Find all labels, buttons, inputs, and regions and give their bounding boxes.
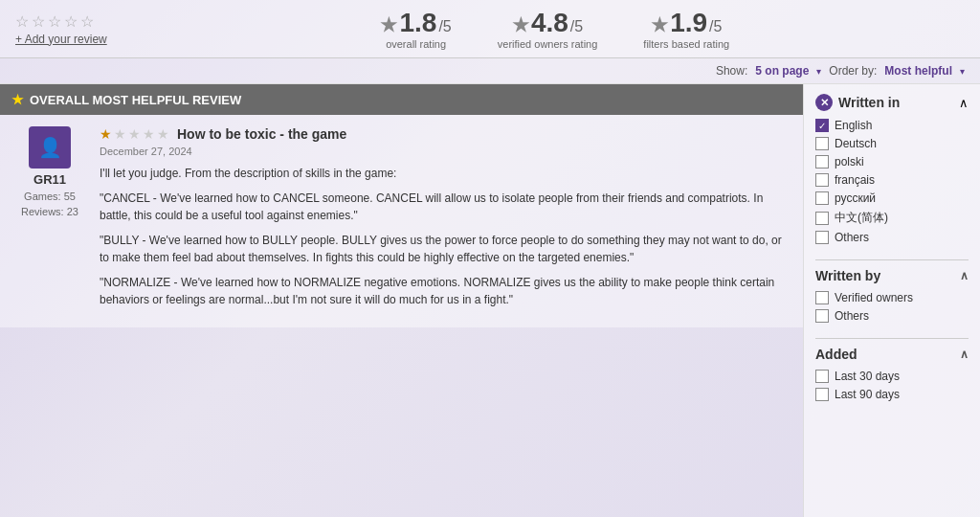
lang-english-checkbox[interactable]: ✓ [815, 119, 829, 132]
review-date: December 27, 2024 [100, 146, 791, 157]
filters-label: filters based rating [643, 38, 729, 50]
lang-chinese-checkbox[interactable] [815, 212, 829, 225]
divider-2 [815, 338, 969, 339]
overall-number: 1.8 [399, 8, 436, 38]
overall-rating-block: ★ 1.8 /5 overall rating [380, 8, 451, 50]
lang-chinese-label: 中文(简体) [835, 210, 888, 226]
lang-deutsch-checkbox[interactable] [815, 137, 829, 150]
sidebar: ✕ Written in ∧ ✓ English Deutsch polski [803, 84, 980, 517]
order-dropdown[interactable]: Most helpful [884, 64, 952, 78]
add-review-link[interactable]: + Add your review [15, 33, 107, 46]
verified-rating-block: ★ 4.8 /5 verified owners rating [498, 8, 598, 50]
filters-bar: Show: 5 on page ▾ Order by: Most helpful… [0, 58, 980, 84]
verified-number: 4.8 [531, 8, 568, 38]
show-label: Show: [716, 64, 747, 78]
reviewer-reviews: Reviews: 23 [21, 206, 78, 217]
empty-stars[interactable]: ☆ ☆ ☆ ☆ ☆ [15, 12, 107, 31]
added-collapse-icon[interactable]: ∧ [960, 348, 969, 361]
order-label: Order by: [829, 64, 877, 78]
star-2: ☆ [32, 12, 45, 31]
lang-francais-label: français [835, 173, 875, 187]
show-dropdown[interactable]: 5 on page [755, 64, 809, 78]
lang-polski-row[interactable]: polski [815, 155, 969, 169]
review-star-1: ★ [100, 126, 112, 142]
review-para-1: "CANCEL - We've learned how to CANCEL so… [100, 190, 791, 224]
lang-russian-checkbox[interactable] [815, 191, 829, 205]
review-text: I'll let you judge. From the description… [100, 165, 791, 308]
added-header[interactable]: Added ∧ [815, 347, 969, 362]
lang-chinese-row[interactable]: 中文(简体) [815, 210, 969, 226]
by-others-checkbox[interactable] [815, 309, 829, 323]
lang-russian-label: русский [835, 191, 876, 205]
written-in-clear-icon[interactable]: ✕ [815, 94, 833, 111]
lang-english-label: English [835, 119, 872, 132]
star-5: ☆ [80, 12, 94, 31]
lang-francais-checkbox[interactable] [815, 173, 829, 187]
lang-francais-row[interactable]: français [815, 173, 969, 187]
lang-polski-checkbox[interactable] [815, 155, 829, 169]
filters-star-icon: ★ [651, 13, 668, 36]
review-para-0: I'll let you judge. From the description… [100, 165, 791, 182]
reviewer-name: GR11 [33, 172, 66, 187]
by-verified-row[interactable]: Verified owners [815, 291, 969, 304]
written-by-collapse-icon[interactable]: ∧ [960, 269, 969, 282]
written-by-section: Written by ∧ Verified owners Others [815, 268, 969, 323]
written-in-section: ✕ Written in ∧ ✓ English Deutsch polski [815, 94, 969, 244]
review-star-2: ★ [114, 126, 126, 142]
lang-others-checkbox[interactable] [815, 231, 829, 244]
written-by-header[interactable]: Written by ∧ [815, 268, 969, 283]
lang-english-row[interactable]: ✓ English [815, 119, 969, 132]
by-others-label: Others [835, 309, 869, 323]
reviewer-games: Games: 55 [24, 191, 76, 202]
added-30-checkbox[interactable] [815, 370, 829, 383]
overall-fraction: /5 [438, 18, 451, 35]
added-90-label: Last 90 days [835, 388, 900, 401]
order-chevron-icon: ▾ [960, 66, 965, 77]
written-in-header: ✕ Written in ∧ [815, 94, 969, 111]
review-title-row: ★ ★ ★ ★ ★ How to be toxic - the game [100, 126, 791, 142]
added-90-row[interactable]: Last 90 days [815, 388, 969, 401]
verified-fraction: /5 [570, 18, 583, 35]
added-title: Added [815, 347, 858, 362]
show-chevron-icon: ▾ [816, 66, 821, 77]
star-3: ☆ [48, 12, 61, 31]
lang-polski-label: polski [835, 155, 864, 169]
review-para-2: "BULLY - We've learned how to BULLY peop… [100, 232, 791, 266]
added-90-checkbox[interactable] [815, 388, 829, 401]
written-in-collapse-icon[interactable]: ∧ [959, 96, 969, 110]
added-section: Added ∧ Last 30 days Last 90 days [815, 347, 969, 401]
review-star-4: ★ [143, 126, 155, 142]
review-stars: ★ ★ ★ ★ ★ [100, 126, 169, 142]
overall-rating-value: ★ 1.8 /5 [380, 8, 451, 38]
main-container: ☆ ☆ ☆ ☆ ☆ + Add your review ★ 1.8 /5 ove… [0, 0, 980, 517]
avatar: 👤 [29, 126, 71, 169]
verified-label: verified owners rating [498, 38, 598, 50]
verified-rating-value: ★ 4.8 /5 [512, 8, 583, 38]
lang-others-row[interactable]: Others [815, 231, 969, 244]
review-star-3: ★ [128, 126, 141, 142]
review-star-5: ★ [157, 126, 169, 142]
user-rating-section: ☆ ☆ ☆ ☆ ☆ + Add your review [15, 12, 107, 46]
avatar-icon: 👤 [38, 136, 62, 159]
filters-fraction: /5 [709, 18, 722, 35]
content-area: ★ OVERALL MOST HELPFUL REVIEW 👤 GR11 Gam… [0, 84, 980, 517]
review-body: ★ ★ ★ ★ ★ How to be toxic - the game Dec… [100, 126, 791, 316]
review-item: 👤 GR11 Games: 55 Reviews: 23 ★ ★ ★ ★ ★ [0, 115, 803, 327]
ratings-group: ★ 1.8 /5 overall rating ★ 4.8 /5 verifie… [145, 8, 965, 50]
overall-label: overall rating [386, 38, 446, 50]
by-others-row[interactable]: Others [815, 309, 969, 323]
added-30-row[interactable]: Last 30 days [815, 370, 969, 383]
lang-deutsch-label: Deutsch [835, 137, 877, 150]
filters-number: 1.9 [670, 8, 707, 38]
top-bar: ☆ ☆ ☆ ☆ ☆ + Add your review ★ 1.8 /5 ove… [0, 0, 980, 58]
written-by-title: Written by [815, 268, 880, 283]
filters-rating-block: ★ 1.9 /5 filters based rating [643, 8, 729, 50]
most-helpful-label: OVERALL MOST HELPFUL REVIEW [30, 93, 241, 107]
filters-rating-value: ★ 1.9 /5 [651, 8, 722, 38]
review-area: ★ OVERALL MOST HELPFUL REVIEW 👤 GR11 Gam… [0, 84, 803, 517]
lang-deutsch-row[interactable]: Deutsch [815, 137, 969, 150]
lang-russian-row[interactable]: русский [815, 191, 969, 205]
by-verified-checkbox[interactable] [815, 291, 829, 304]
verified-star-icon: ★ [512, 13, 529, 36]
added-30-label: Last 30 days [835, 370, 900, 383]
